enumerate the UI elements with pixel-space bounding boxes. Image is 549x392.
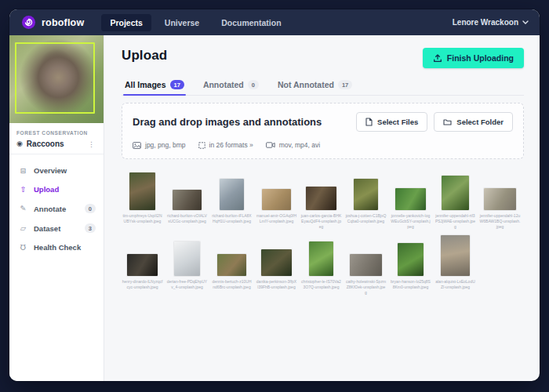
image-cell: bryan-hanson-Io25q8S8Km0-unsplash.jpeg: [390, 235, 431, 295]
thumbnail-wrap: [441, 235, 470, 276]
image-cell: jennifer-uppendahl-12uW6BAW1BQ-unsplash.…: [479, 171, 521, 229]
tab[interactable]: All Images 17: [123, 77, 186, 95]
image-filename: dennis-bertuch-z10UHnd6Brc-unsplash.jpeg: [212, 279, 253, 290]
upload-icon: [433, 54, 442, 63]
select-files-button[interactable]: Select Files: [356, 112, 427, 132]
image-cell: dennis-bertuch-z10UHnd6Brc-unsplash.jpeg: [211, 235, 253, 295]
image-cell: tim-umphreys-UspII2NUBYsk-unsplash.jpeg: [122, 171, 163, 229]
image-filename: richard-burlton-vOIALVsUCGc-unsplash.jpe…: [167, 213, 208, 224]
app-window: roboflow Projects Universe Documentation…: [9, 9, 540, 381]
image-thumbnail[interactable]: [261, 249, 292, 276]
image-filename: joshua-j-cotten-C1BjxQCqba0-unsplash.jpe…: [346, 213, 387, 224]
annotation-bounding-box: [15, 42, 95, 114]
project-cover-image: [9, 35, 104, 123]
annotation-formats-label: in 26 formats »: [209, 141, 253, 149]
user-name: Lenore Wrackoon: [453, 18, 518, 27]
image-thumbnail[interactable]: [306, 187, 336, 210]
roboflow-logo-icon[interactable]: [22, 16, 35, 29]
image-grid-row-2: henry-dinardo-lLNyzqcfcyc-unsplash.jpeg …: [122, 235, 524, 295]
project-block: FOREST CONSERVATION ◉ Raccoons ⋮: [9, 123, 104, 154]
thumbnail-wrap: [173, 171, 202, 210]
image-thumbnail[interactable]: [309, 241, 333, 276]
sidebar-menu-item[interactable]: ✎ Annotate 0: [9, 200, 104, 217]
sidebar-menu-item[interactable]: ⊟ Overview: [9, 162, 104, 179]
image-formats: jpg, png, bmp: [133, 141, 186, 149]
image-filename: bryan-hanson-Io25q8S8Km0-unsplash.jpeg: [391, 279, 431, 290]
image-thumbnail[interactable]: [173, 190, 202, 210]
user-menu[interactable]: Lenore Wrackoon: [453, 18, 529, 27]
nav-link[interactable]: Documentation: [213, 14, 289, 31]
image-thumbnail[interactable]: [129, 172, 155, 210]
image-thumbnail[interactable]: [127, 254, 158, 276]
image-thumbnail[interactable]: [262, 189, 291, 210]
image-cell: danika-perkinson-3ffpXl39FhB-unsplash.jp…: [256, 235, 297, 295]
sidebar-item-icon: ⊟: [19, 167, 27, 175]
tab[interactable]: Not Annotated 17: [276, 77, 354, 95]
image-cell: juan-carlos-garcia-BHKEyauQdF4-unsplash.…: [300, 171, 342, 229]
image-thumbnail[interactable]: [354, 179, 378, 210]
workspace-label: FOREST CONSERVATION: [16, 130, 96, 136]
image-cell: jennifer-uppendahl-rtf3PSJjWAE-unsplash.…: [434, 171, 476, 229]
project-row[interactable]: ◉ Raccoons ⋮: [16, 140, 96, 148]
image-filename: richard-burlton-iFLA8XHqH1U-unsplash.jpe…: [212, 213, 253, 224]
image-thumbnail[interactable]: [398, 243, 424, 276]
image-thumbnail[interactable]: [395, 188, 426, 210]
select-folder-button[interactable]: Select Folder: [434, 112, 513, 132]
image-thumbnail[interactable]: [441, 235, 470, 276]
sidebar-item-label: Upload: [34, 185, 96, 194]
file-icon: [365, 118, 373, 126]
chevron-down-icon: [522, 20, 529, 24]
dropzone-title: Drag and drop images and annotations: [133, 116, 322, 128]
project-icon: ◉: [16, 140, 23, 147]
thumbnail-wrap: [484, 171, 516, 210]
image-cell: henry-dinardo-lLNyzqcfcyc-unsplash.jpeg: [122, 235, 163, 295]
sidebar-menu-item[interactable]: ▱ Dataset 3: [9, 220, 104, 237]
image-thumbnail[interactable]: [174, 241, 200, 276]
dropzone-header: Drag and drop images and annotations Sel…: [133, 112, 513, 132]
image-filename: jennifer-uppendahl-12uW6BAW1BQ-unsplash.…: [480, 213, 521, 229]
project-name: Raccoons: [27, 140, 82, 148]
video-formats: mov, mp4, avi: [266, 141, 320, 149]
thumbnail-wrap: [306, 171, 336, 210]
thumbnail-wrap: [350, 235, 382, 276]
image-filename: derian-free-PDqEhpUYv_4-unsplash.jpeg: [167, 279, 208, 290]
tab-label: Annotated: [203, 80, 244, 89]
image-thumbnail[interactable]: [484, 188, 516, 210]
dropzone[interactable]: Drag and drop images and annotations Sel…: [122, 103, 524, 159]
sidebar-item-icon: ▱: [19, 224, 27, 232]
image-thumbnail[interactable]: [350, 254, 382, 276]
image-filename: henry-dinardo-lLNyzqcfcyc-unsplash.jpeg: [122, 279, 163, 290]
thumbnail-wrap: [398, 235, 424, 276]
tab-count-badge: 17: [170, 80, 184, 89]
image-filename: jonnelle-yankovich-logWEuGcbSY-unsplash.…: [391, 213, 431, 229]
nav-link[interactable]: Universe: [156, 14, 208, 31]
thumbnail-wrap: [262, 171, 291, 210]
sidebar-item-count-badge: 3: [85, 223, 96, 233]
image-cell: joshua-j-cotten-C1BjxQCqba0-unsplash.jpe…: [345, 171, 387, 229]
annotation-formats[interactable]: in 26 formats »: [198, 141, 253, 149]
sidebar-item-label: Health Check: [34, 243, 96, 252]
image-filename: alan-alquist-LxEoLodUZI-unsplash.jpeg: [435, 279, 476, 290]
image-thumbnail[interactable]: [442, 176, 469, 210]
nav-links: Projects Universe Documentation: [101, 14, 294, 31]
thumbnail-wrap: [217, 235, 246, 276]
finish-uploading-label: Finish Uploading: [447, 53, 514, 63]
sidebar-menu-item[interactable]: ℧ Health Check: [9, 239, 104, 256]
sidebar-item-label: Overview: [34, 166, 96, 175]
sidebar-item-label: Annotate: [34, 205, 78, 213]
tab-count-badge: 17: [338, 80, 352, 89]
bounding-box-icon: [198, 142, 205, 149]
image-cell: richard-burlton-vOIALVsUCGc-unsplash.jpe…: [166, 171, 208, 229]
image-thumbnail[interactable]: [217, 254, 246, 276]
supported-formats: jpg, png, bmp in 26 formats » mov, mp4, …: [133, 141, 513, 149]
kebab-menu-icon[interactable]: ⋮: [86, 140, 96, 148]
main-content: Upload Finish Uploading All Images 17 An…: [104, 35, 540, 381]
select-files-label: Select Files: [377, 118, 418, 126]
tab[interactable]: Annotated 0: [202, 77, 260, 95]
sidebar-menu-item[interactable]: ⇧ Upload: [9, 181, 104, 198]
image-cell: cathy-holewinski-SpzmZ8KfOek-unsplash.jp…: [345, 235, 387, 295]
thumbnail-wrap: [127, 235, 158, 276]
image-thumbnail[interactable]: [220, 179, 244, 210]
nav-link[interactable]: Projects: [101, 14, 151, 31]
finish-uploading-button[interactable]: Finish Uploading: [423, 48, 524, 68]
